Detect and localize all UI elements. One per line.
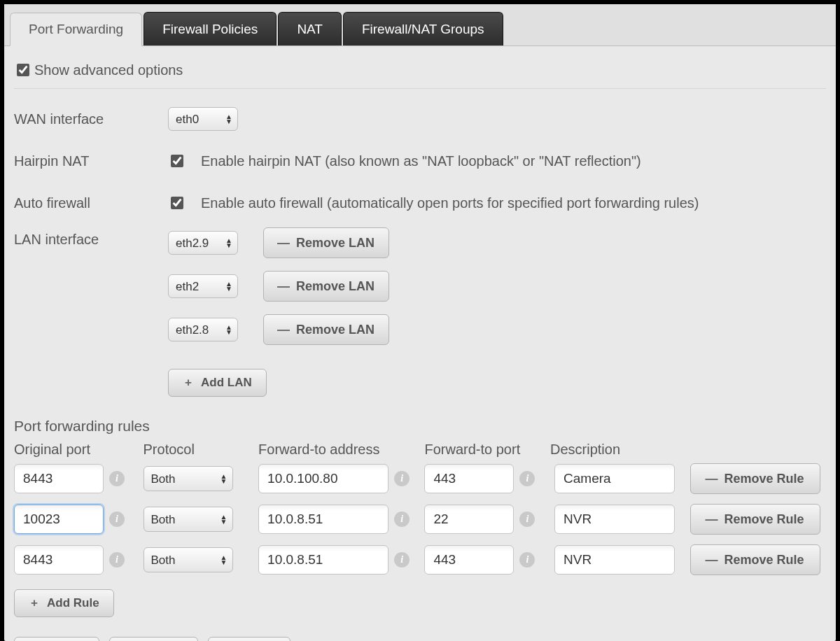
remove-lan-button[interactable]: —Remove LAN (263, 314, 389, 345)
lan-interface-select[interactable]: eth2.8 (168, 318, 238, 341)
description-input[interactable] (554, 505, 675, 534)
lan-interface-select[interactable]: eth2.9 (168, 231, 238, 255)
remove-lan-label: Remove LAN (296, 279, 374, 294)
forward-to-port-input[interactable] (424, 464, 514, 493)
rule-row: iBoth▲▼ii—Remove Rule (14, 544, 826, 575)
minus-icon: — (706, 554, 717, 565)
info-icon[interactable]: i (394, 552, 410, 568)
autofw-desc: Enable auto firewall (automatically open… (201, 195, 699, 211)
col-original-port: Original port (14, 442, 144, 458)
wan-label: WAN interface (14, 111, 168, 127)
remove-rule-button[interactable]: —Remove Rule (690, 504, 820, 535)
add-rule-label: Add Rule (47, 596, 99, 610)
col-description: Description (550, 442, 690, 458)
add-lan-label: Add LAN (201, 376, 252, 390)
lan-label: LAN interface (14, 227, 168, 248)
show-advanced-label: Show advanced options (34, 62, 183, 78)
advanced-options-row: Show advanced options (14, 57, 826, 89)
wan-row: WAN interface eth0 ▲▼ (14, 101, 826, 136)
tab-firewall-policies[interactable]: Firewall Policies (144, 12, 276, 45)
hairpin-checkbox[interactable] (171, 155, 183, 167)
info-icon[interactable]: i (394, 512, 410, 527)
info-icon[interactable]: i (109, 512, 125, 527)
hairpin-desc: Enable hairpin NAT (also known as "NAT l… (201, 153, 641, 169)
info-icon[interactable]: i (109, 552, 125, 568)
plus-icon: + (29, 598, 40, 609)
tab-port-forwarding[interactable]: Port Forwarding (10, 13, 142, 46)
rules-title: Port forwarding rules (14, 418, 826, 435)
show-advanced-checkbox[interactable] (17, 64, 29, 76)
rule-row: iBoth▲▼ii—Remove Rule (14, 463, 826, 494)
settings-form: WAN interface eth0 ▲▼ Hairpin NAT (14, 101, 826, 397)
remove-lan-button[interactable]: —Remove LAN (263, 227, 389, 258)
lan-item: eth2.8▲▼—Remove LAN (168, 314, 389, 345)
col-fwd-port: Forward-to port (424, 442, 550, 458)
panel: Port Forwarding Firewall Policies NAT Fi… (4, 4, 836, 641)
remove-rule-label: Remove Rule (724, 512, 804, 527)
protocol-select[interactable]: Both (144, 507, 233, 532)
col-fwd-address: Forward-to address (258, 442, 424, 458)
original-port-input[interactable] (14, 545, 104, 575)
remove-lan-label: Remove LAN (296, 236, 374, 251)
lan-item: eth2▲▼—Remove LAN (168, 271, 389, 302)
tab-body: Show advanced options WAN interface eth0… (4, 46, 836, 641)
minus-icon: — (278, 324, 289, 335)
forward-to-address-input[interactable] (258, 505, 388, 534)
protocol-select[interactable]: Both (144, 547, 233, 572)
rule-row: iBoth▲▼ii—Remove Rule (14, 504, 826, 535)
info-icon[interactable]: i (519, 552, 535, 568)
footer-actions: ✕ Delete Cancel Apply (14, 637, 826, 641)
tab-firewall-nat-groups[interactable]: Firewall/NAT Groups (343, 12, 503, 45)
remove-rule-label: Remove Rule (724, 472, 804, 486)
protocol-select[interactable]: Both (144, 466, 233, 491)
forward-to-address-input[interactable] (258, 464, 388, 493)
rules-header: Original port Protocol Forward-to addres… (14, 442, 826, 458)
tab-nat[interactable]: NAT (278, 12, 342, 45)
wan-interface-select[interactable]: eth0 (168, 107, 238, 131)
window-frame: Port Forwarding Firewall Policies NAT Fi… (0, 0, 840, 641)
hairpin-label: Hairpin NAT (14, 153, 168, 169)
info-icon[interactable]: i (109, 471, 125, 486)
description-input[interactable] (554, 545, 675, 575)
forward-to-port-input[interactable] (424, 505, 514, 534)
tab-bar: Port Forwarding Firewall Policies NAT Fi… (4, 4, 836, 46)
original-port-input[interactable] (14, 464, 104, 493)
minus-icon: — (706, 473, 717, 484)
remove-rule-button[interactable]: —Remove Rule (690, 463, 820, 494)
delete-button[interactable]: ✕ Delete (14, 637, 99, 641)
add-rule-button[interactable]: + Add Rule (14, 589, 114, 617)
minus-icon: — (278, 281, 289, 292)
cancel-button[interactable]: Cancel (109, 637, 198, 641)
col-protocol: Protocol (144, 442, 259, 458)
autofw-label: Auto firewall (14, 195, 168, 211)
remove-rule-button[interactable]: —Remove Rule (690, 544, 820, 575)
minus-icon: — (706, 514, 717, 525)
info-icon[interactable]: i (519, 512, 535, 527)
autofw-row: Auto firewall Enable auto firewall (auto… (14, 185, 826, 220)
lan-item: eth2.9▲▼—Remove LAN (168, 227, 389, 258)
plus-icon: + (183, 377, 194, 388)
remove-lan-label: Remove LAN (296, 323, 374, 337)
lan-row: LAN interface eth2.9▲▼—Remove LANeth2▲▼—… (14, 227, 826, 397)
apply-button[interactable]: Apply (208, 637, 290, 641)
info-icon[interactable]: i (394, 471, 410, 486)
lan-interface-select[interactable]: eth2 (168, 274, 238, 298)
info-icon[interactable]: i (519, 471, 535, 486)
remove-rule-label: Remove Rule (724, 553, 804, 568)
description-input[interactable] (554, 464, 675, 493)
forward-to-port-input[interactable] (424, 545, 514, 575)
minus-icon: — (278, 237, 289, 248)
remove-lan-button[interactable]: —Remove LAN (263, 271, 389, 302)
original-port-input[interactable] (14, 505, 104, 534)
forward-to-address-input[interactable] (258, 545, 388, 575)
autofw-checkbox[interactable] (171, 197, 183, 209)
add-lan-button[interactable]: + Add LAN (168, 369, 267, 397)
hairpin-row: Hairpin NAT Enable hairpin NAT (also kno… (14, 143, 826, 178)
